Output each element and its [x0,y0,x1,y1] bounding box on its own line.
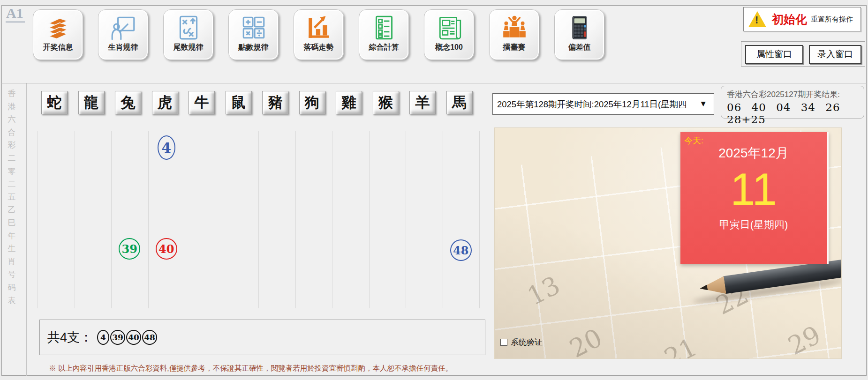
summary-number: 39 [110,330,125,345]
grid-number: 48 [450,239,472,261]
toolbar-button[interactable]: 开奖信息 [33,9,83,60]
toolbar-button-label: 生肖规律 [108,43,138,52]
grid-column-line [222,131,222,308]
grid-column-line [185,131,185,308]
properties-window-button[interactable]: 属性窗口 [745,45,803,64]
grid-number: 39 [119,238,140,260]
zodiac-button[interactable]: 豬 [262,91,288,114]
window-buttons-group: 属性窗口 录入窗口 [741,41,865,67]
system-verify-label: 系统验证 [511,337,543,348]
toolbar-button[interactable]: 落碼走勢 [294,9,344,60]
toolbar-button-label: 落碼走勢 [304,43,334,52]
grid-column-line [38,131,38,308]
checkbox-icon[interactable] [500,339,507,346]
toolbar-button[interactable]: 偏差值 [554,9,604,60]
toolbar-button-label: 偏差值 [568,43,591,52]
chevron-down-icon[interactable]: ▼ [699,99,707,109]
grid-column-line [111,131,112,308]
zodiac-button[interactable]: 兔 [115,91,141,114]
sidebar-vertical-title: 香 港 六 合 彩 二 零 二 五 乙 巳 年 生 肖 号 码 表 [6,87,17,307]
latest-result-box: 香港六合彩2025127期开奖结果: 06 40 04 34 26 28+25 [721,86,864,119]
zodiac-button[interactable]: 雞 [336,91,362,114]
grid-column-line [332,131,332,308]
toolbar-separator [1,83,867,83]
toolbar-button-label: 尾数规律 [174,43,204,52]
today-day-info: 甲寅日(星期四) [680,218,827,232]
summary-number: 48 [142,330,157,345]
summary-number: 4 [97,330,109,345]
draw-period-value: 2025年第128期开奖时间:2025年12月11日(星期四 [497,98,697,110]
grid-column-line [479,131,480,308]
toolbar-button-label: 擂臺賽 [503,43,526,52]
math-ops-icon [240,14,267,41]
toolbar-button[interactable]: 擂臺賽 [489,9,539,60]
initialize-button[interactable]: 初始化 重置所有操作 [743,7,861,31]
disclaimer-text: ※ 以上內容引用香港正版六合彩資料,僅提供參考，不保證其正確性，閱覽者若用於投資… [49,364,453,373]
summary-number: 40 [126,330,141,345]
zodiac-button[interactable]: 鼠 [226,91,252,114]
summary-numbers: 4394048 [97,330,158,345]
grid-number: 4 [158,135,175,160]
toolbar-button[interactable]: 尾数规律 [163,9,213,60]
zodiac-button[interactable]: 馬 [446,91,473,114]
grid-column-line [295,131,296,308]
calendar-panel: 1320212229 今天: 2025年12月 11 甲寅日(星期四) 系统验证 [494,127,842,359]
toolbar-button[interactable]: 綜合計算 [359,9,409,60]
zodiac-button[interactable]: 羊 [409,91,436,114]
summary-box: 共4支： 4394048 [39,320,485,355]
toolbar-button-label: 概念100 [435,43,463,52]
latest-result-numbers: 06 40 04 34 26 28+25 [727,101,864,126]
toolbar-button-label: 开奖信息 [43,43,73,52]
grid-column-line [75,131,75,308]
warning-icon [748,11,766,27]
initialize-label: 初始化 [772,12,807,27]
grid-column-line [369,131,370,308]
presenter-icon [110,14,137,41]
newspaper-icon [436,14,463,41]
checklist-icon [370,14,398,41]
today-day-number: 11 [680,166,827,213]
toolbar-button-label: 點數規律 [239,43,269,52]
toolbar-button[interactable]: 概念100 [424,9,474,60]
toolbar-button[interactable]: 點數規律 [228,9,279,60]
bar-chart-icon [305,14,332,41]
books-icon [45,14,72,41]
summary-label: 共4支： [47,329,92,346]
grid-column-line [406,131,406,308]
content-left-border [26,83,27,376]
zodiac-button[interactable]: 蛇 [41,91,68,114]
grid-column-line [258,131,259,308]
latest-result-title: 香港六合彩2025127期开奖结果: [727,89,864,100]
app-logo: A1 [6,6,25,23]
strategy-icon [175,14,202,41]
zodiac-button[interactable]: 牛 [189,91,215,114]
grid-column-line [148,131,149,308]
draw-period-dropdown[interactable]: 2025年第128期开奖时间:2025年12月11日(星期四 ▼ [492,93,714,115]
toolbar-button[interactable]: 生肖规律 [98,9,148,60]
today-month: 2025年12月 [680,144,827,162]
grid-number: 40 [156,238,177,260]
zodiac-button[interactable]: 虎 [152,91,178,114]
entry-window-button[interactable]: 录入窗口 [809,45,861,64]
toolbar-button-label: 綜合計算 [369,43,399,52]
grid-column-line [443,131,443,308]
system-verify-checkbox[interactable]: 系统验证 [500,337,543,348]
today-date-card: 今天: 2025年12月 11 甲寅日(星期四) [680,132,829,264]
calculator-icon [566,14,593,41]
today-label: 今天: [684,135,703,146]
zodiac-button[interactable]: 龍 [78,91,105,114]
podium-icon [501,14,528,41]
zodiac-button[interactable]: 狗 [299,91,325,114]
zodiac-button[interactable]: 猴 [373,91,399,114]
initialize-subtitle: 重置所有操作 [811,15,853,24]
